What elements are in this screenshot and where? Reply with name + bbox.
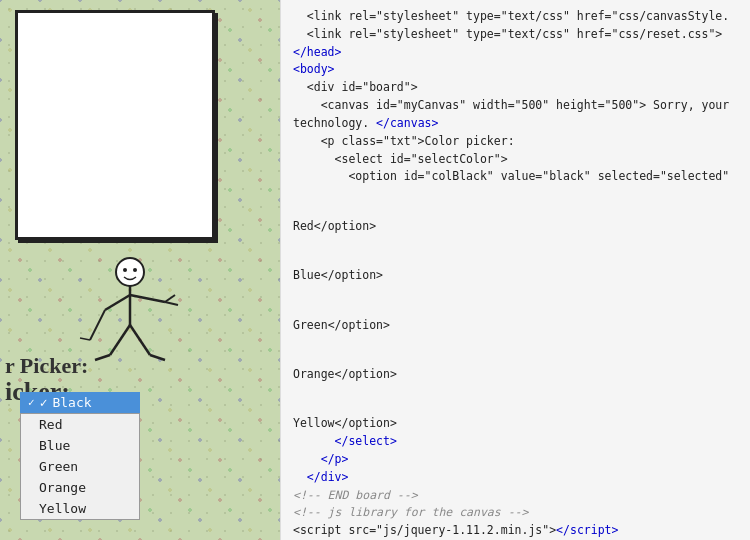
code-container: <link rel="stylesheet" type="text/css" h…: [293, 8, 738, 540]
code-line: Blue</option>: [293, 236, 738, 285]
code-line: <select id="selectColor">: [293, 151, 738, 169]
svg-line-12: [90, 310, 105, 340]
svg-line-11: [150, 355, 165, 360]
code-line: <body>: [293, 61, 738, 79]
code-line: </div>: [293, 469, 738, 487]
code-line: <canvas id="myCanvas" width="500" height…: [293, 97, 738, 115]
stick-figure-area: [20, 220, 220, 370]
svg-line-7: [165, 302, 178, 305]
dropdown-item-orange[interactable]: Orange: [21, 477, 139, 498]
svg-line-10: [95, 355, 110, 360]
dropdown-item-red[interactable]: Red: [21, 414, 139, 435]
dropdown-selected-item[interactable]: ✓ Black: [20, 392, 140, 413]
canvas-panel: r Picker: icker: ✓ Black Red Blue Green …: [0, 0, 280, 540]
svg-line-6: [165, 295, 175, 302]
checkmark-icon: ✓: [40, 395, 48, 410]
code-line: <script src="js/jquery-1.11.2.min.js"></…: [293, 522, 738, 540]
svg-line-9: [130, 325, 150, 355]
stick-figure-svg: [50, 230, 210, 370]
svg-point-1: [116, 258, 144, 286]
code-line: </select>: [293, 433, 738, 451]
color-dropdown-container[interactable]: ✓ Black Red Blue Green Orange Yellow: [20, 392, 140, 520]
dropdown-item-blue[interactable]: Blue: [21, 435, 139, 456]
dropdown-item-green[interactable]: Green: [21, 456, 139, 477]
dropdown-list: Red Blue Green Orange Yellow: [20, 413, 140, 520]
svg-line-4: [105, 295, 130, 310]
code-line: </p>: [293, 451, 738, 469]
code-line: <div id="board">: [293, 79, 738, 97]
code-panel: <link rel="stylesheet" type="text/css" h…: [280, 0, 750, 540]
dropdown-item-yellow[interactable]: Yellow: [21, 498, 139, 519]
code-line: <p class="txt">Color picker:: [293, 133, 738, 151]
code-line: Yellow</option>: [293, 384, 738, 433]
svg-line-13: [80, 338, 90, 340]
code-line: Green</option>: [293, 285, 738, 334]
code-line: <link rel="stylesheet" type="text/css" h…: [293, 26, 738, 44]
drawing-canvas: [15, 10, 215, 240]
code-line: <!-- END board -->: [293, 487, 738, 505]
code-line: Red</option>: [293, 186, 738, 235]
selected-color-label: Black: [52, 395, 91, 410]
svg-line-8: [110, 325, 130, 355]
code-line: <!-- js library for the canvas -->: [293, 504, 738, 522]
svg-point-3: [133, 268, 137, 272]
svg-point-2: [123, 268, 127, 272]
code-line: <option id="colBlack" value="black" sele…: [293, 168, 738, 186]
code-line: </head>: [293, 44, 738, 62]
code-line: technology. </canvas>: [293, 115, 738, 133]
code-line: Orange</option>: [293, 334, 738, 383]
code-line: <link rel="stylesheet" type="text/css" h…: [293, 8, 738, 26]
svg-line-5: [130, 295, 165, 302]
